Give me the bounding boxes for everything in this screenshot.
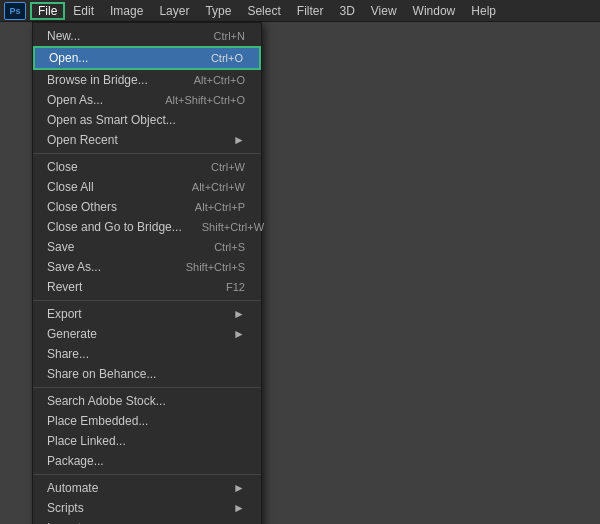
dropdown-section-2: Close Ctrl+W Close All Alt+Ctrl+W Close … — [33, 154, 261, 301]
scripts-arrow: ► — [233, 501, 245, 515]
dropdown-section-4: Search Adobe Stock... Place Embedded... … — [33, 388, 261, 475]
menu-search-stock[interactable]: Search Adobe Stock... — [33, 391, 261, 411]
export-arrow: ► — [233, 307, 245, 321]
dropdown-section-1: New... Ctrl+N Open... Ctrl+O Browse in B… — [33, 23, 261, 154]
menu-automate[interactable]: Automate ► — [33, 478, 261, 498]
menu-edit[interactable]: Edit — [65, 2, 102, 20]
menu-close-all[interactable]: Close All Alt+Ctrl+W — [33, 177, 261, 197]
dropdown-section-5: Automate ► Scripts ► Import ► — [33, 475, 261, 524]
menu-save[interactable]: Save Ctrl+S — [33, 237, 261, 257]
menu-filter[interactable]: Filter — [289, 2, 332, 20]
menu-open[interactable]: Open... Ctrl+O — [33, 46, 261, 70]
menu-share-behance[interactable]: Share on Behance... — [33, 364, 261, 384]
menu-package[interactable]: Package... — [33, 451, 261, 471]
file-dropdown: New... Ctrl+N Open... Ctrl+O Browse in B… — [32, 22, 262, 524]
menu-bar: Ps File Edit Image Layer Type Select Fil… — [0, 0, 600, 22]
open-recent-arrow: ► — [233, 133, 245, 147]
menu-close-others[interactable]: Close Others Alt+Ctrl+P — [33, 197, 261, 217]
menu-revert[interactable]: Revert F12 — [33, 277, 261, 297]
generate-arrow: ► — [233, 327, 245, 341]
menu-view[interactable]: View — [363, 2, 405, 20]
menu-scripts[interactable]: Scripts ► — [33, 498, 261, 518]
menu-open-recent[interactable]: Open Recent ► — [33, 130, 261, 150]
menu-3d[interactable]: 3D — [331, 2, 362, 20]
dropdown-section-3: Export ► Generate ► Share... Share on Be… — [33, 301, 261, 388]
automate-arrow: ► — [233, 481, 245, 495]
menu-place-linked[interactable]: Place Linked... — [33, 431, 261, 451]
menu-generate[interactable]: Generate ► — [33, 324, 261, 344]
menu-import[interactable]: Import ► — [33, 518, 261, 524]
menu-browse-bridge[interactable]: Browse in Bridge... Alt+Ctrl+O — [33, 70, 261, 90]
menu-window[interactable]: Window — [405, 2, 464, 20]
menu-image[interactable]: Image — [102, 2, 151, 20]
menu-help[interactable]: Help — [463, 2, 504, 20]
menu-file[interactable]: File — [30, 2, 65, 20]
menu-layer[interactable]: Layer — [151, 2, 197, 20]
ps-logo: Ps — [4, 2, 26, 20]
menu-export[interactable]: Export ► — [33, 304, 261, 324]
menu-select[interactable]: Select — [239, 2, 288, 20]
menu-type[interactable]: Type — [197, 2, 239, 20]
menu-new[interactable]: New... Ctrl+N — [33, 26, 261, 46]
menu-save-as[interactable]: Save As... Shift+Ctrl+S — [33, 257, 261, 277]
menu-place-embedded[interactable]: Place Embedded... — [33, 411, 261, 431]
menu-open-smart-object[interactable]: Open as Smart Object... — [33, 110, 261, 130]
menu-close-bridge[interactable]: Close and Go to Bridge... Shift+Ctrl+W — [33, 217, 261, 237]
menu-open-as[interactable]: Open As... Alt+Shift+Ctrl+O — [33, 90, 261, 110]
menu-share[interactable]: Share... — [33, 344, 261, 364]
menu-close[interactable]: Close Ctrl+W — [33, 157, 261, 177]
